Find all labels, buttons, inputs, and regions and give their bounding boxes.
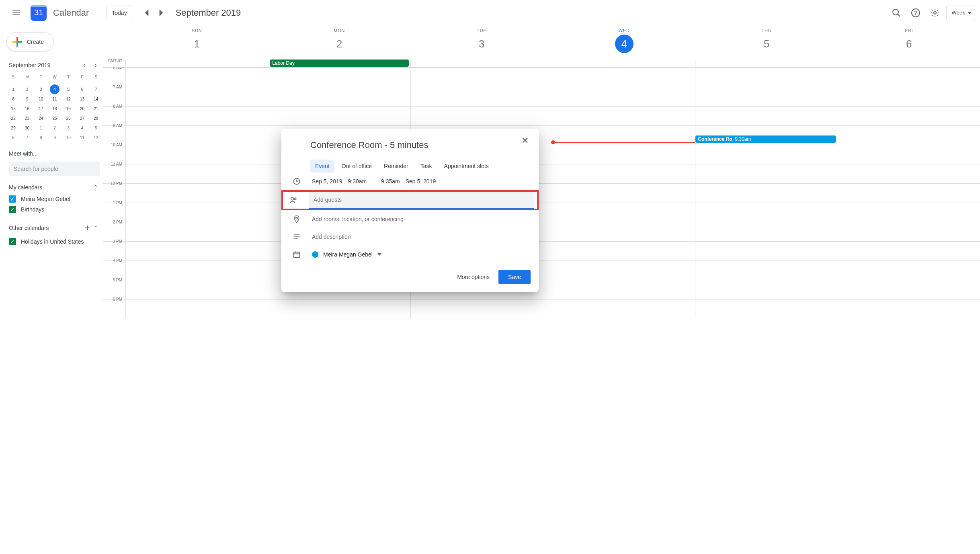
mini-day[interactable]: 7 — [89, 84, 103, 94]
more-options-button[interactable]: More options — [451, 270, 495, 284]
time-cell[interactable] — [268, 300, 410, 318]
event-type-tab[interactable]: Event — [310, 160, 334, 172]
prev-period-button[interactable] — [140, 6, 153, 19]
time-cell[interactable] — [695, 145, 837, 164]
time-cell[interactable] — [410, 300, 553, 318]
event-type-tab[interactable]: Out of office — [337, 160, 377, 172]
mini-day[interactable]: 11 — [75, 133, 89, 142]
time-cell[interactable] — [695, 87, 837, 106]
time-cell[interactable] — [838, 184, 980, 203]
time-cell[interactable] — [268, 68, 410, 87]
mini-day[interactable]: 30 — [20, 123, 34, 133]
mini-day[interactable]: 6 — [6, 133, 20, 142]
time-cell[interactable] — [553, 222, 695, 241]
allday-cell[interactable] — [553, 60, 695, 67]
time-cell[interactable] — [695, 107, 837, 125]
mini-day[interactable]: 1 — [6, 84, 20, 94]
time-cell[interactable] — [838, 87, 980, 106]
day-header[interactable]: THU5 — [695, 26, 837, 60]
time-cell[interactable] — [125, 300, 268, 318]
time-cell[interactable] — [125, 164, 268, 183]
mini-day[interactable]: 10 — [62, 133, 75, 142]
time-cell[interactable] — [838, 164, 980, 183]
mini-day[interactable]: 2 — [48, 123, 62, 133]
event-type-tab[interactable]: Task — [416, 160, 437, 172]
mini-day[interactable]: 16 — [20, 104, 34, 113]
time-cell[interactable] — [125, 280, 268, 299]
allday-event[interactable]: Labor Day — [270, 60, 408, 67]
time-cell[interactable] — [553, 126, 695, 145]
next-period-button[interactable] — [155, 6, 168, 19]
time-cell[interactable] — [695, 242, 837, 261]
add-location-button[interactable]: Add rooms, location, or conferencing — [312, 216, 404, 222]
time-cell[interactable] — [553, 107, 695, 125]
search-button[interactable] — [888, 5, 904, 21]
allday-cell[interactable] — [125, 60, 268, 67]
time-cell[interactable] — [553, 280, 695, 299]
mini-day[interactable]: 24 — [34, 113, 48, 123]
allday-cell[interactable] — [695, 60, 837, 67]
time-cell[interactable] — [553, 184, 695, 203]
time-cell[interactable] — [125, 87, 268, 106]
other-calendars-toggle[interactable]: Other calendars + ⌃ — [5, 215, 103, 236]
checkbox[interactable]: ✓ — [9, 238, 16, 245]
calendar-item[interactable]: ✓Holidays in United States — [5, 236, 103, 247]
time-cell[interactable] — [838, 126, 980, 145]
mini-day[interactable]: 23 — [20, 113, 34, 123]
time-cell[interactable] — [125, 203, 268, 222]
mini-day[interactable]: 29 — [6, 123, 20, 133]
mini-day[interactable]: 4 — [75, 123, 89, 133]
time-cell[interactable] — [125, 261, 268, 280]
time-cell[interactable] — [838, 261, 980, 280]
mini-day[interactable]: 14 — [89, 94, 103, 104]
timed-event[interactable]: Conference Ro, 9:30am — [695, 135, 836, 143]
start-date[interactable]: Sep 5, 2019 — [312, 178, 342, 185]
mini-day[interactable]: 6 — [75, 84, 89, 94]
allday-cell[interactable]: Labor Day — [268, 60, 410, 67]
time-cell[interactable] — [410, 107, 553, 125]
time-cell[interactable] — [125, 126, 268, 145]
mini-day[interactable]: 8 — [34, 133, 48, 142]
event-type-tab[interactable]: Reminder — [379, 160, 413, 172]
end-date[interactable]: Sep 5, 2019 — [406, 178, 436, 185]
calendar-select[interactable]: Meira Megan Gebel — [312, 251, 381, 258]
search-people-input[interactable] — [14, 162, 95, 176]
mini-day[interactable]: 19 — [62, 104, 75, 113]
mini-day[interactable]: 12 — [62, 94, 75, 104]
time-cell[interactable] — [695, 164, 837, 183]
time-cell[interactable] — [838, 107, 980, 125]
mini-day[interactable]: 18 — [48, 104, 62, 113]
time-cell[interactable] — [410, 68, 553, 87]
time-cell[interactable] — [695, 280, 837, 299]
time-cell[interactable] — [553, 87, 695, 106]
mini-day[interactable]: 3 — [34, 84, 48, 94]
view-select[interactable]: Week — [946, 6, 975, 20]
mini-day[interactable]: 4 — [48, 84, 62, 94]
close-button[interactable]: ✕ — [518, 133, 532, 148]
menu-button[interactable] — [6, 3, 26, 23]
mini-day[interactable]: 8 — [6, 94, 20, 104]
time-cell[interactable] — [553, 261, 695, 280]
time-cell[interactable] — [125, 184, 268, 203]
mini-day[interactable]: 11 — [48, 94, 62, 104]
time-cell[interactable] — [553, 68, 695, 87]
time-cell[interactable] — [553, 145, 695, 164]
start-time[interactable]: 9:30am — [348, 178, 367, 185]
time-cell[interactable] — [838, 68, 980, 87]
checkbox[interactable]: ✓ — [9, 195, 16, 203]
mini-day[interactable]: 22 — [6, 113, 20, 123]
time-cell[interactable] — [268, 107, 410, 125]
today-button[interactable]: Today — [107, 6, 132, 20]
calendar-item[interactable]: ✓Meira Megan Gebel — [5, 194, 103, 204]
mini-day[interactable]: 17 — [34, 104, 48, 113]
add-calendar-button[interactable]: + — [85, 223, 90, 233]
day-header[interactable]: WED4 — [553, 26, 695, 60]
mini-day[interactable]: 15 — [6, 104, 20, 113]
allday-cell[interactable] — [410, 60, 553, 67]
mini-day[interactable]: 3 — [62, 123, 75, 133]
search-people-field[interactable] — [9, 162, 100, 176]
mini-day[interactable]: 1 — [34, 123, 48, 133]
time-cell[interactable] — [695, 222, 837, 241]
save-button[interactable]: Save — [498, 270, 531, 284]
time-cell[interactable] — [838, 300, 980, 318]
